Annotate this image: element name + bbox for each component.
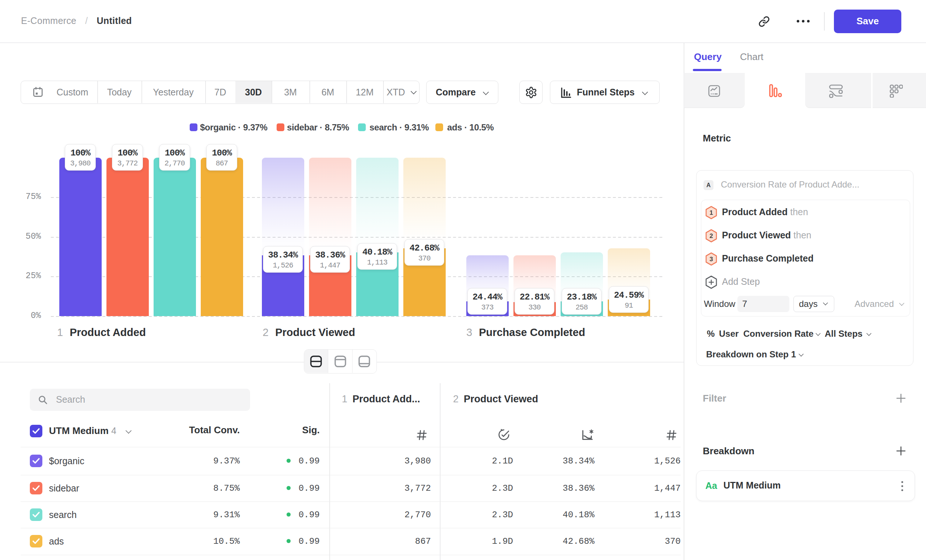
svg-text:1: 1 bbox=[710, 209, 713, 216]
svg-text:2: 2 bbox=[710, 233, 713, 239]
svg-text:3: 3 bbox=[710, 256, 713, 263]
